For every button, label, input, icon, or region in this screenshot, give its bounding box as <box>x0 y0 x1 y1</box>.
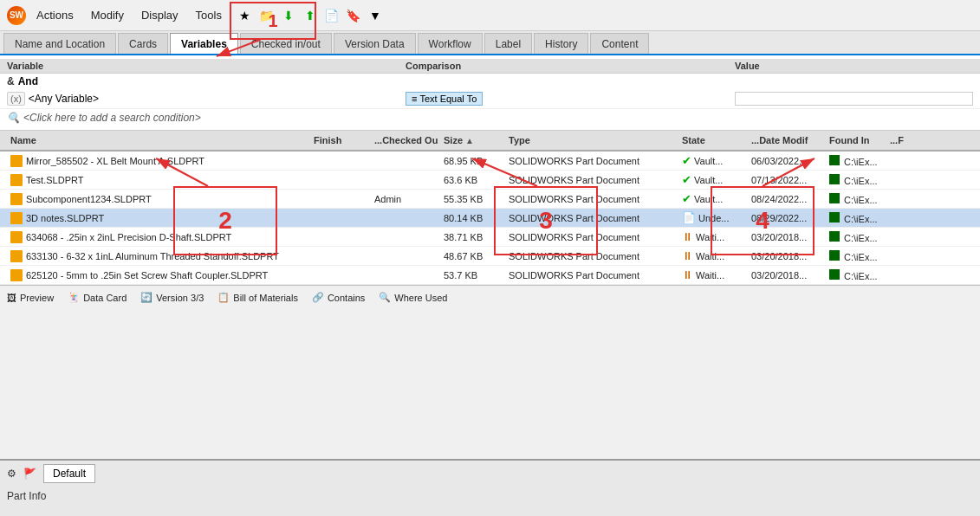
td-date: 07/13/2022... <box>748 175 826 185</box>
table-row[interactable]: 3D notes.SLDPRT 80.14 KB SOLIDWORKS Part… <box>0 209 980 228</box>
table-row[interactable]: Mirror_585502 - XL Belt Mount A.SLDPRT 6… <box>0 152 980 171</box>
results-area: Name Finish ...Checked Ou Size ▲ Type St… <box>0 131 980 285</box>
tab-workflow[interactable]: Workflow <box>418 33 483 54</box>
bom-icon: 📋 <box>217 292 230 303</box>
annotation-1: 1 <box>230 2 316 40</box>
contains-label: Contains <box>328 293 365 303</box>
th-state[interactable]: State <box>678 135 748 145</box>
var-tag: (x) <box>7 92 25 106</box>
bookmark-icon[interactable]: 🔖 <box>344 6 363 25</box>
tab-label[interactable]: Label <box>484 33 532 54</box>
tab-cards[interactable]: Cards <box>118 33 168 54</box>
menu-modify[interactable]: Modify <box>84 5 131 25</box>
menu-display[interactable]: Display <box>134 5 185 25</box>
td-type: SOLIDWORKS Part Document <box>505 156 678 166</box>
td-date: 03/20/2018... <box>748 270 826 281</box>
preview-label: Preview <box>20 293 54 303</box>
row-name: Subcomponent1234.SLDPRT <box>26 194 152 204</box>
annotation-2-label: 2 <box>218 207 232 235</box>
value-input[interactable] <box>735 92 973 106</box>
part-icon <box>10 174 23 186</box>
table-row[interactable]: Subcomponent1234.SLDPRT Admin 55.35 KB S… <box>0 190 980 209</box>
td-found: C:\iEx... <box>826 231 886 243</box>
state-wait-icon: ⏸ <box>682 230 693 243</box>
td-size: 63.6 KB <box>440 175 505 185</box>
bottom-panel: ⚙ 🚩 Default Part Info <box>0 459 980 516</box>
td-found: C:\iEx... <box>826 174 886 186</box>
variable-cell[interactable]: (x) <Any Variable> <box>7 92 406 106</box>
tab-content[interactable]: Content <box>590 33 649 54</box>
col-value-header: Value <box>735 61 973 71</box>
td-type: SOLIDWORKS Part Document <box>505 175 678 185</box>
state-text: Vault... <box>694 156 723 166</box>
td-found: C:\iEx... <box>826 250 886 262</box>
annotation-2: 2 <box>173 186 277 255</box>
version-icon: 🔄 <box>140 292 153 303</box>
add-condition-text: <Click here to add a search condition> <box>23 112 201 124</box>
preview-icon: 🖼 <box>7 293 16 303</box>
th-name[interactable]: Name <box>7 135 310 145</box>
search-header: Variable Comparison Value <box>0 59 980 74</box>
preview-button[interactable]: 🖼 Preview <box>7 293 54 303</box>
value-cell[interactable] <box>735 92 973 106</box>
th-size[interactable]: Size ▲ <box>440 135 505 145</box>
annotation-3-label: 3 <box>539 207 553 235</box>
menu-actions[interactable]: Actions <box>29 5 81 25</box>
comp-icon: ≡ <box>412 94 417 104</box>
app-window: SW Actions Modify Display Tools ★ 📁 ⬇ ⬆ … <box>0 0 980 459</box>
whereused-icon: 🔍 <box>379 292 391 303</box>
th-type[interactable]: Type <box>505 135 678 145</box>
th-found[interactable]: Found In <box>826 135 886 145</box>
th-extra[interactable]: ...F <box>886 135 904 145</box>
flag-icon: 🚩 <box>23 468 36 480</box>
search-condition-row[interactable]: (x) <Any Variable> ≡ Text Equal To <box>0 89 980 109</box>
gear-icon: ⚙ <box>7 468 16 480</box>
bottom-toolbar: 🖼 Preview 🃏 Data Card 🔄 Version 3/3 📋 Bi… <box>0 285 980 309</box>
part-icon <box>10 193 23 205</box>
th-finish[interactable]: Finish <box>310 135 371 145</box>
comparison-cell[interactable]: ≡ Text Equal To <box>406 92 735 106</box>
sw-logo-icon: SW <box>7 6 26 25</box>
default-tab[interactable]: Default <box>43 464 95 483</box>
td-found: C:\iEx... <box>826 155 886 167</box>
datacard-icon: 🃏 <box>68 292 80 303</box>
col-comparison-header: Comparison <box>406 61 735 71</box>
col-variable-header: Variable <box>7 61 406 71</box>
state-check-icon: ✔ <box>682 154 691 167</box>
td-state: ✔Vault... <box>678 154 748 167</box>
datacard-button[interactable]: 🃏 Data Card <box>68 292 127 303</box>
table-row[interactable]: 634068 - .25in x 2inL Precision D-Shaft.… <box>0 228 980 247</box>
doc-icon[interactable]: 📄 <box>322 6 341 25</box>
td-size: 53.7 KB <box>440 270 505 281</box>
row-name: Test.SLDPRT <box>26 175 83 185</box>
tab-variables[interactable]: Variables <box>170 33 238 54</box>
part-info-label: Part Info <box>0 487 980 506</box>
bom-label: Bill of Materials <box>233 293 298 303</box>
tab-history[interactable]: History <box>534 33 588 54</box>
bom-button[interactable]: 📋 Bill of Materials <box>217 292 298 303</box>
menu-tools[interactable]: Tools <box>189 5 229 25</box>
contains-button[interactable]: 🔗 Contains <box>312 292 365 303</box>
whereused-button[interactable]: 🔍 Where Used <box>379 292 447 303</box>
comp-text: Text Equal To <box>419 94 477 104</box>
td-found: C:\iEx... <box>826 212 886 224</box>
annotation-1-label: 1 <box>268 11 277 31</box>
table-row[interactable]: 625120 - 5mm to .25in Set Screw Shaft Co… <box>0 266 980 285</box>
tab-name-location[interactable]: Name and Location <box>3 33 116 54</box>
table-row[interactable]: 633130 - 6-32 x 1inL Aluminum Threaded S… <box>0 247 980 266</box>
state-check-icon: ✔ <box>682 192 691 205</box>
annotation-4-label: 4 <box>756 207 769 235</box>
part-icon <box>10 250 23 262</box>
add-condition-row[interactable]: 🔍 <Click here to add a search condition> <box>0 109 980 126</box>
version-button[interactable]: 🔄 Version 3/3 <box>140 292 204 303</box>
dropdown-icon[interactable]: ▼ <box>366 6 385 25</box>
th-date[interactable]: ...Date Modif <box>748 135 826 145</box>
tab-version-data[interactable]: Version Data <box>334 33 416 54</box>
contains-icon: 🔗 <box>312 292 324 303</box>
bp-flag-icon: 🚩 <box>23 468 36 480</box>
datacard-label: Data Card <box>83 293 127 303</box>
table-row[interactable]: Test.SLDPRT 63.6 KB SOLIDWORKS Part Docu… <box>0 171 980 190</box>
th-checked[interactable]: ...Checked Ou <box>371 135 440 145</box>
part-info-text: Part Info <box>7 490 46 502</box>
row-name: 3D notes.SLDPRT <box>26 213 104 223</box>
